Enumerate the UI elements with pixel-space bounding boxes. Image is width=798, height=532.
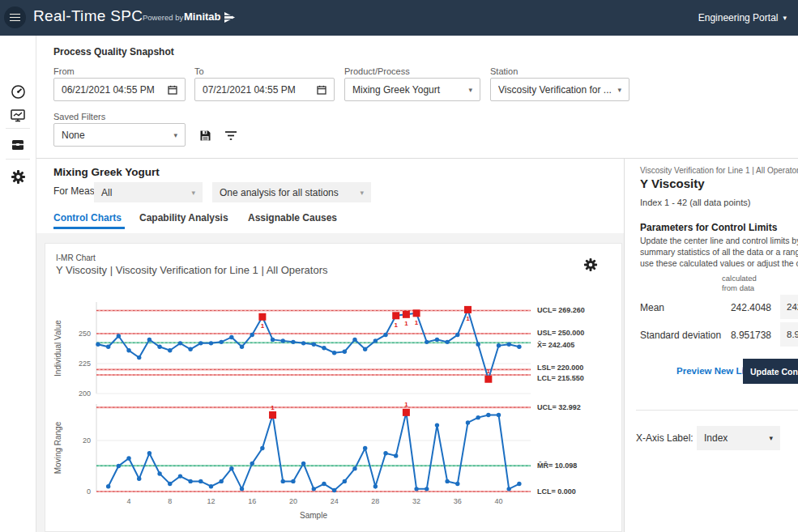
svg-text:1: 1 (271, 404, 275, 411)
svg-text:0: 0 (87, 487, 91, 496)
update-control-limits-button[interactable]: Update Control Limits (743, 359, 798, 384)
main-content: Mixing Greek Yogurt For Measure: All ▾ O… (36, 159, 625, 532)
xaxis-select[interactable]: Index ▾ (697, 426, 780, 450)
calculated-column-header: calculated (722, 274, 757, 283)
from-date-input[interactable]: 06/21/2021 04:55 PM (53, 78, 186, 101)
svg-text:8: 8 (168, 497, 172, 505)
hamburger-bars (10, 11, 20, 23)
gauge-dashboard-icon[interactable] (9, 83, 27, 100)
svg-text:LCL= 0.000: LCL= 0.000 (537, 487, 576, 496)
tab-assignable-causes[interactable]: Assignable Causes (248, 212, 337, 223)
active-tab-underline (53, 227, 125, 229)
chevron-down-icon: ▾ (191, 189, 195, 197)
app-title: Real-Time SPC (33, 7, 143, 25)
filter-icon (224, 130, 237, 141)
station-label: Station (490, 66, 518, 76)
svg-text:USL= 250.000: USL= 250.000 (537, 329, 584, 337)
svg-text:28: 28 (371, 497, 379, 505)
to-label: To (194, 66, 204, 76)
app-header: Real-Time SPC Powered by Minitab Enginee… (0, 0, 798, 36)
parameters-description-line: use these calculated values or adjust th… (640, 258, 798, 268)
imr-control-chart: 200225250111111UCL= 269.260USL= 250.000X… (49, 291, 621, 531)
save-filter-button[interactable] (196, 126, 214, 144)
sidebar-divider (6, 159, 30, 160)
panel-subtitle: Viscosity Verification for Line 1 | All … (640, 166, 798, 175)
chevron-down-icon: ▾ (783, 14, 787, 22)
svg-text:LCL= 215.550: LCL= 215.550 (537, 374, 584, 382)
svg-text:UCL= 269.260: UCL= 269.260 (537, 306, 585, 314)
to-date-value: 07/21/2021 04:55 PM (203, 84, 317, 96)
svg-text:1: 1 (261, 322, 265, 330)
svg-text:1: 1 (404, 401, 408, 408)
tab-control-charts[interactable]: Control Charts (53, 212, 122, 223)
svg-text:Individual Value: Individual Value (53, 320, 62, 377)
chart-settings-gear-icon[interactable] (583, 257, 600, 274)
calculated-column-header: from data (722, 283, 754, 292)
svg-text:1: 1 (404, 320, 408, 327)
section-title: Process Quality Snapshot (53, 46, 174, 57)
svg-text:24: 24 (331, 497, 339, 505)
measure-value: All (101, 187, 191, 198)
svg-text:32: 32 (412, 497, 420, 505)
calendar-icon (317, 85, 326, 95)
chevron-down-icon: ▾ (173, 131, 177, 139)
tab-capability-analysis[interactable]: Capability Analysis (139, 212, 228, 223)
svg-text:225: 225 (79, 360, 91, 368)
saved-filters-value: None (62, 130, 173, 141)
from-label: From (53, 66, 75, 76)
xaxis-value: Index (704, 432, 769, 444)
analysis-mode-select[interactable]: One analysis for all stations ▾ (212, 182, 371, 202)
svg-text:M̄R̄= 10.098: M̄R̄= 10.098 (537, 462, 577, 470)
hamburger-menu-icon[interactable] (4, 6, 26, 28)
sidebar-divider (6, 128, 30, 129)
station-select[interactable]: Viscosity Verification for ... ▾ (490, 78, 629, 101)
svg-text:Moving Range: Moving Range (53, 421, 62, 474)
mean-label: Mean (640, 302, 664, 313)
parameters-heading: Parameters for Control Limits (640, 222, 777, 233)
svg-text:40: 40 (495, 497, 503, 505)
portal-label: Engineering Portal (698, 12, 779, 23)
parameters-description-line: Update the center line and control limit… (640, 236, 798, 245)
settings-gear-icon[interactable] (9, 168, 27, 185)
minitab-logo-icon (224, 12, 236, 23)
product-process-label: Product/Process (344, 66, 410, 76)
calendar-icon (168, 85, 177, 95)
portal-dropdown[interactable]: Engineering Portal▾ (698, 12, 787, 23)
svg-text:LSL= 220.000: LSL= 220.000 (537, 364, 583, 372)
process-title: Mixing Greek Yogurt (53, 166, 160, 178)
measure-select[interactable]: All ▾ (94, 182, 203, 202)
to-date-input[interactable]: 07/21/2021 04:55 PM (194, 78, 335, 101)
stdev-calculated-value: 8.951738 (702, 330, 771, 341)
svg-text:1: 1 (487, 368, 491, 375)
panel-divider (636, 410, 798, 411)
saved-filters-label: Saved Filters (53, 112, 105, 121)
powered-by-label: Powered by (143, 13, 183, 22)
parameters-description-line: summary statistics of all the data or a … (640, 247, 798, 257)
left-sidebar (0, 36, 36, 532)
filter-bar: Process Quality Snapshot From 06/21/2021… (36, 36, 798, 159)
toolbox-icon[interactable] (9, 135, 27, 153)
chevron-down-icon: ▾ (468, 86, 472, 94)
svg-text:20: 20 (83, 436, 91, 445)
svg-text:16: 16 (248, 497, 256, 505)
product-process-select[interactable]: Mixing Greek Yogurt ▾ (344, 78, 480, 101)
imr-chart-card: I-MR Chart Y Viscosity | Viscosity Verif… (45, 243, 622, 532)
stdev-adjusted-input[interactable] (780, 322, 798, 347)
svg-text:250: 250 (79, 330, 91, 338)
svg-text:UCL= 32.992: UCL= 32.992 (537, 403, 581, 411)
mean-adjusted-input[interactable] (780, 295, 798, 319)
product-process-value: Mixing Greek Yogurt (352, 84, 468, 96)
monitor-chart-icon[interactable] (9, 106, 27, 124)
filter-list-button[interactable] (222, 126, 240, 144)
index-range-note: Index 1 - 42 (all data points) (640, 198, 750, 207)
brand-name: Minitab (184, 11, 221, 23)
analysis-mode-value: One analysis for all stations (220, 187, 360, 198)
xaxis-label: X-Axis Label: (636, 432, 693, 444)
svg-text:Sample: Sample (300, 511, 327, 520)
saved-filters-select[interactable]: None ▾ (53, 123, 186, 147)
chevron-down-icon: ▾ (769, 434, 773, 442)
svg-text:1: 1 (415, 319, 419, 326)
floppy-disk-icon (199, 130, 211, 142)
panel-title: Y Viscosity (640, 177, 705, 190)
svg-text:200: 200 (79, 389, 91, 398)
